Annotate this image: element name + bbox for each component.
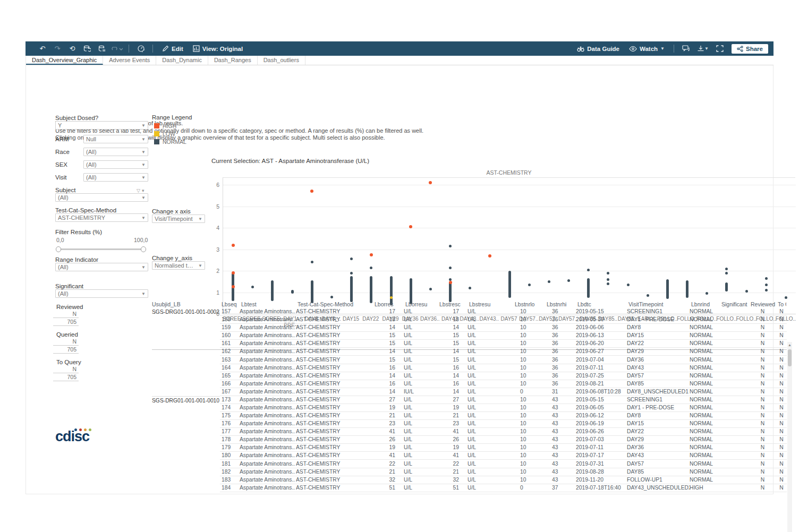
subject-id[interactable]: SGS-DRG01-001-001-0010 — [152, 396, 220, 404]
slider-handle-left[interactable] — [56, 246, 61, 252]
table-row[interactable]: 164Aspartate Aminotrans..AST-CHEMISTRY16… — [220, 364, 787, 372]
filter-visit-dropdown[interactable]: (All)▼ — [83, 173, 148, 182]
data-point[interactable] — [350, 276, 353, 279]
data-point[interactable] — [607, 272, 609, 274]
table-row[interactable]: 157Aspartate Aminotrans..AST-CHEMISTRY17… — [220, 308, 787, 316]
data-point[interactable] — [508, 271, 511, 273]
data-point[interactable] — [765, 277, 768, 280]
data-point[interactable] — [291, 290, 294, 293]
data-point[interactable] — [567, 279, 570, 282]
counter-value[interactable]: 705 — [53, 318, 79, 326]
table-row[interactable]: 183Aspartate Aminotrans..AST-CHEMISTRY32… — [220, 476, 787, 484]
filter-arm-dropdown[interactable]: Null▼ — [83, 135, 148, 143]
data-point[interactable] — [587, 269, 590, 271]
data-point[interactable] — [627, 284, 630, 286]
data-point[interactable] — [350, 258, 353, 260]
data-point[interactable] — [686, 280, 688, 283]
counter-value[interactable]: 705 — [53, 373, 79, 381]
data-point[interactable] — [647, 294, 649, 297]
column-header-lbstnrhi[interactable]: Lbstnrhi — [547, 301, 575, 307]
slider-track[interactable] — [56, 248, 146, 250]
filter-results-slider[interactable] — [56, 246, 146, 252]
data-point[interactable] — [410, 278, 412, 281]
data-point[interactable] — [607, 282, 609, 285]
column-header-lbstnrlo[interactable]: Lbstnrlo — [515, 301, 545, 307]
data-point[interactable] — [725, 272, 728, 274]
comments-icon[interactable] — [678, 41, 693, 56]
table-row[interactable]: 175Aspartate Aminotrans..AST-CHEMISTRY21… — [220, 412, 787, 420]
tab-dash-outliers[interactable]: Dash_outliers — [258, 56, 305, 65]
table-vertical-scrollbar[interactable]: ▲ — [787, 342, 792, 532]
table-row[interactable]: 176Aspartate Aminotrans..AST-CHEMISTRY23… — [220, 420, 787, 428]
table-row[interactable]: 165Aspartate Aminotrans..AST-CHEMISTRY14… — [220, 372, 787, 380]
data-point[interactable] — [232, 271, 235, 274]
filter-subject-dropdown[interactable]: (All)▼ — [55, 193, 148, 202]
data-point[interactable] — [745, 290, 748, 293]
data-point[interactable] — [429, 181, 432, 184]
data-point[interactable] — [548, 280, 550, 283]
table-row[interactable]: 182Aspartate Aminotrans..AST-CHEMISTRY21… — [220, 468, 787, 476]
change-x-axis-dropdown[interactable]: Visit/Timepoint▼ — [152, 214, 205, 223]
counter-value[interactable]: 705 — [53, 346, 79, 354]
table-row[interactable]: 166Aspartate Aminotrans..AST-CHEMISTRY16… — [220, 380, 787, 388]
data-point[interactable] — [587, 278, 590, 281]
legend-item-high[interactable]: HIGH — [154, 122, 186, 130]
range-indicator-dropdown[interactable]: (All)▼ — [55, 263, 148, 271]
share-button[interactable]: Share — [732, 44, 768, 54]
watch-button[interactable]: Watch ▼ — [629, 46, 665, 52]
table-row[interactable]: 160Aspartate Aminotrans..AST-CHEMISTRY15… — [220, 332, 787, 340]
data-point[interactable] — [488, 254, 491, 258]
data-point[interactable] — [607, 278, 609, 281]
table-row[interactable]: 163Aspartate Aminotrans..AST-CHEMISTRY15… — [220, 356, 787, 364]
column-header-reviewed[interactable]: Reviewed — [751, 301, 776, 307]
run-update-icon[interactable] — [109, 41, 124, 56]
data-point[interactable] — [310, 190, 313, 193]
table-row[interactable]: 173Aspartate Aminotrans..AST-CHEMISTRY27… — [220, 396, 787, 404]
data-point[interactable] — [449, 267, 452, 269]
fullscreen-icon[interactable] — [712, 41, 727, 56]
table-row[interactable]: 159Aspartate Aminotrans..AST-CHEMISTRY14… — [220, 324, 787, 332]
data-point[interactable] — [666, 279, 669, 282]
view-original-button[interactable]: View: Original — [193, 45, 243, 52]
data-point[interactable] — [370, 253, 373, 256]
revert-icon[interactable]: ⟲ — [65, 41, 80, 56]
table-row[interactable]: 184Aspartate Aminotrans..AST-CHEMISTRY51… — [220, 484, 787, 492]
scrollbar-thumb[interactable] — [788, 349, 792, 366]
data-point[interactable] — [785, 296, 787, 299]
tab-adverse-events[interactable]: Adverse Events — [103, 56, 156, 65]
data-point[interactable] — [232, 244, 235, 247]
data-point[interactable] — [311, 280, 313, 283]
tab-dash-overview-graphic[interactable]: Dash_Overview_Graphic — [26, 56, 103, 65]
data-point[interactable] — [311, 261, 313, 263]
table-row[interactable]: 167Aspartate Aminotrans..AST-CHEMISTRY14… — [220, 388, 787, 396]
table-row[interactable]: 179Aspartate Aminotrans..AST-CHEMISTRY19… — [220, 444, 787, 452]
scatter-plot[interactable] — [223, 177, 796, 314]
filter-race-dropdown[interactable]: (All)▼ — [83, 148, 148, 156]
column-header-lbdtc[interactable]: Lbdtc — [577, 301, 626, 307]
redo-icon[interactable]: ↷ — [50, 41, 65, 56]
data-point[interactable] — [390, 296, 393, 299]
table-row[interactable]: 180Aspartate Aminotrans..AST-CHEMISTRY41… — [220, 452, 787, 460]
table-row[interactable]: 178Aspartate Aminotrans..AST-CHEMISTRY26… — [220, 436, 787, 444]
data-point[interactable] — [429, 288, 432, 290]
edit-button[interactable]: Edit — [162, 45, 183, 52]
column-header-lborres[interactable]: Lborres — [375, 301, 403, 307]
data-point[interactable] — [765, 289, 768, 291]
column-header-visittimepoint[interactable]: VisitTimepoint — [628, 301, 689, 307]
tab-dash-dynamic[interactable]: Dash_Dynamic — [156, 56, 208, 65]
significant-dropdown[interactable]: (All)▼ — [55, 289, 148, 298]
data-guide-button[interactable]: Data Guide — [577, 45, 619, 52]
column-header-significant[interactable]: Significant — [721, 301, 749, 307]
column-header-lbseq[interactable]: Lbseq — [222, 301, 239, 307]
refresh-data-icon[interactable] — [80, 41, 95, 56]
data-point[interactable] — [469, 287, 471, 289]
data-point[interactable] — [330, 296, 333, 298]
data-point[interactable] — [370, 267, 372, 269]
filter-sex-dropdown[interactable]: (All)▼ — [83, 160, 148, 169]
pause-updates-icon[interactable] — [95, 41, 109, 56]
column-header-lbnrind[interactable]: Lbnrind — [691, 301, 719, 307]
column-header-lbstresu[interactable]: Lbstresu — [469, 301, 513, 307]
undo-icon[interactable]: ↶ — [35, 41, 50, 56]
data-point[interactable] — [350, 272, 353, 274]
table-row[interactable]: 174Aspartate Aminotrans..AST-CHEMISTRY19… — [220, 404, 787, 412]
